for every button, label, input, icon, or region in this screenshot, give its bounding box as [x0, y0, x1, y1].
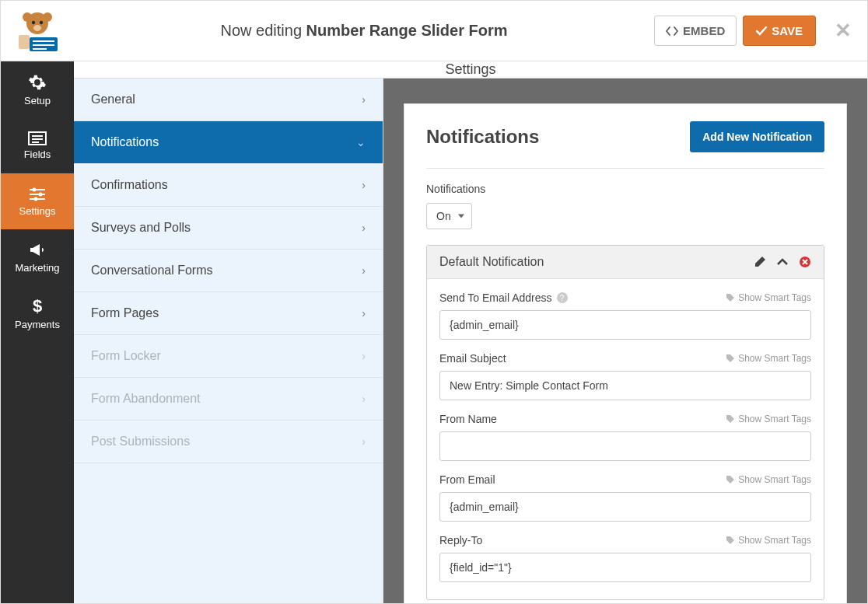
edit-icon[interactable] [754, 256, 766, 268]
notification-item-header: Default Notification [427, 246, 824, 279]
check-icon [756, 26, 767, 36]
embed-button[interactable]: EMBED [654, 16, 737, 46]
show-smart-tags[interactable]: Show Smart Tags [726, 535, 811, 546]
gear-icon [28, 73, 47, 92]
chevron-right-icon: › [362, 393, 366, 405]
settings-body: General› Notifications⌄ Confirmations› S… [74, 79, 867, 604]
show-smart-tags[interactable]: Show Smart Tags [726, 353, 811, 364]
svg-point-5 [33, 25, 41, 31]
settings-item-post-submissions[interactable]: Post Submissions› [74, 421, 383, 463]
chevron-right-icon: › [362, 350, 366, 362]
sliders-icon [28, 187, 47, 202]
from-email-input[interactable] [439, 492, 811, 522]
show-smart-tags[interactable]: Show Smart Tags [726, 414, 811, 424]
settings-item-general[interactable]: General› [74, 79, 383, 121]
tag-icon [726, 354, 735, 363]
svg-point-4 [40, 21, 43, 24]
subject-input[interactable] [439, 371, 811, 400]
svg-rect-9 [33, 44, 54, 46]
leftnav-item-setup[interactable]: Setup [1, 61, 74, 117]
settings-item-surveys[interactable]: Surveys and Polls› [74, 207, 383, 250]
tag-icon [726, 475, 735, 484]
chevron-down-icon: ⌄ [356, 136, 366, 148]
notification-item-body: Send To Email Address? Show Smart Tags E… [427, 279, 824, 599]
tag-icon [726, 536, 735, 545]
main: Setup Fields Settings Marketing $ Paymen… [1, 61, 867, 603]
card-title: Notifications [426, 126, 539, 148]
svg-point-18 [39, 192, 43, 196]
close-icon[interactable]: ✕ [835, 19, 852, 43]
svg-point-16 [33, 187, 37, 191]
leftnav-item-marketing[interactable]: Marketing [1, 229, 74, 285]
field-label: From Email [439, 473, 495, 486]
list-icon [28, 131, 47, 145]
field-subject: Email Subject Show Smart Tags [439, 352, 811, 400]
send-to-input[interactable] [439, 310, 811, 340]
reply-to-input[interactable] [439, 553, 811, 582]
notification-item-actions [754, 256, 811, 268]
svg-point-1 [23, 12, 32, 22]
chevron-right-icon: › [362, 93, 366, 106]
settings-item-notifications[interactable]: Notifications⌄ [74, 121, 383, 164]
delete-icon[interactable] [799, 256, 811, 268]
chevron-right-icon: › [362, 222, 366, 234]
svg-rect-8 [33, 40, 54, 42]
svg-point-20 [34, 197, 38, 201]
settings-panel: Settings General› Notifications⌄ Confirm… [74, 61, 867, 603]
chevron-right-icon: › [362, 179, 366, 191]
svg-rect-6 [19, 35, 30, 49]
collapse-icon[interactable] [777, 258, 788, 266]
logo [1, 9, 74, 52]
field-from-email: From Email Show Smart Tags [439, 473, 811, 522]
field-label: From Name [439, 413, 497, 425]
tag-icon [726, 293, 735, 302]
settings-item-form-locker[interactable]: Form Locker› [74, 335, 383, 378]
settings-item-conversational[interactable]: Conversational Forms› [74, 250, 383, 292]
chevron-right-icon: › [362, 264, 366, 277]
field-reply-to: Reply-To Show Smart Tags [439, 534, 811, 582]
editing-title: Now editing Number Range Slider Form [74, 22, 654, 40]
notifications-toggle-label: Notifications [426, 183, 824, 195]
chevron-right-icon: › [362, 307, 366, 319]
save-button[interactable]: SAVE [743, 16, 816, 46]
content-area: Notifications Add New Notification Notif… [383, 79, 867, 604]
leftnav-item-settings[interactable]: Settings [1, 173, 74, 229]
leftnav-item-payments[interactable]: $ Payments [1, 285, 74, 341]
field-from-name: From Name Show Smart Tags [439, 413, 811, 461]
field-send-to: Send To Email Address? Show Smart Tags [439, 292, 811, 340]
settings-list: General› Notifications⌄ Confirmations› S… [74, 79, 383, 604]
settings-item-confirmations[interactable]: Confirmations› [74, 164, 383, 207]
card-header: Notifications Add New Notification [426, 121, 824, 169]
field-label: Send To Email Address? [439, 292, 568, 304]
field-label: Reply-To [439, 534, 482, 546]
field-label: Email Subject [439, 352, 506, 365]
help-icon[interactable]: ? [557, 292, 568, 303]
add-notification-button[interactable]: Add New Notification [690, 121, 824, 152]
notifications-toggle-wrap: On [426, 203, 472, 229]
notification-item: Default Notification Send To [426, 245, 824, 600]
tag-icon [726, 414, 735, 424]
wpforms-logo-icon [14, 9, 61, 52]
bullhorn-icon [28, 242, 47, 259]
editing-prefix: Now editing [221, 22, 306, 39]
chevron-right-icon: › [362, 435, 366, 448]
svg-point-3 [32, 21, 35, 24]
leftnav: Setup Fields Settings Marketing $ Paymen… [1, 61, 74, 603]
form-name: Number Range Slider Form [306, 22, 508, 39]
dollar-icon: $ [31, 297, 44, 316]
svg-point-2 [43, 12, 52, 22]
notifications-toggle[interactable]: On [426, 203, 472, 229]
show-smart-tags[interactable]: Show Smart Tags [726, 474, 811, 485]
settings-item-form-abandonment[interactable]: Form Abandonment› [74, 378, 383, 421]
svg-text:$: $ [33, 297, 42, 316]
settings-header: Settings [74, 61, 867, 79]
from-name-input[interactable] [439, 431, 811, 461]
code-icon [666, 26, 678, 37]
svg-rect-10 [33, 48, 47, 50]
notifications-card: Notifications Add New Notification Notif… [404, 103, 847, 604]
topbar: Now editing Number Range Slider Form EMB… [1, 1, 867, 61]
show-smart-tags[interactable]: Show Smart Tags [726, 292, 811, 303]
leftnav-item-fields[interactable]: Fields [1, 117, 74, 173]
notification-item-title: Default Notification [439, 255, 544, 269]
settings-item-form-pages[interactable]: Form Pages› [74, 292, 383, 335]
